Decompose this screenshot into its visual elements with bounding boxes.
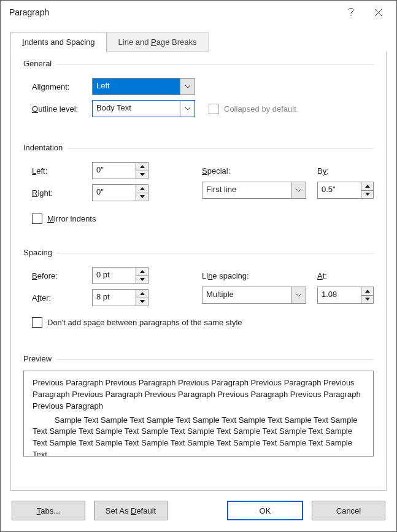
spin-up-icon[interactable] — [361, 287, 373, 296]
chevron-down-icon — [180, 101, 195, 117]
special-label: Special: — [202, 166, 288, 175]
outline-value: Body Text — [93, 101, 180, 117]
outline-select[interactable]: Body Text — [92, 100, 195, 117]
after-spin[interactable]: 8 pt — [92, 289, 148, 306]
alignment-value: Left — [93, 79, 180, 94]
preview-sample: Sample Text Sample Text Sample Text Samp… — [33, 412, 364, 457]
chevron-down-icon — [180, 79, 195, 94]
at-label: At: — [317, 271, 327, 280]
after-label: After: — [23, 293, 92, 303]
special-select[interactable]: First line — [202, 182, 306, 199]
spin-up-icon[interactable] — [361, 182, 373, 191]
chevron-down-icon — [291, 182, 306, 198]
before-spin[interactable]: 0 pt — [92, 267, 148, 284]
collapsed-checkbox — [209, 104, 219, 114]
indent-left-spin[interactable]: 0" — [92, 162, 148, 179]
preview-prev: Previous Paragraph Previous Paragraph Pr… — [33, 377, 364, 412]
spin-down-icon[interactable] — [361, 296, 373, 304]
group-spacing: Spacing — [23, 248, 374, 257]
group-general: General — [23, 59, 374, 68]
line-spacing-label: Line spacing: — [202, 271, 288, 280]
mirror-label: Mirror indents — [47, 214, 96, 223]
spin-down-icon[interactable] — [136, 298, 148, 306]
indent-right-spin[interactable]: 0" — [92, 184, 148, 201]
spin-up-icon[interactable] — [136, 268, 148, 276]
cancel-button[interactable]: Cancel — [312, 501, 385, 520]
titlebar: Paragraph — [1, 1, 396, 24]
alignment-select[interactable]: Left — [92, 78, 195, 95]
no-space-label: Don't add space between paragraphs of th… — [47, 318, 242, 327]
indent-left-label: Left: — [23, 166, 92, 175]
spin-down-icon[interactable] — [136, 171, 148, 179]
spin-down-icon[interactable] — [136, 193, 148, 201]
at-spin[interactable]: 1.08 — [317, 287, 374, 304]
tab-panel: General Alignment: Left Outline level: B… — [10, 52, 387, 491]
alignment-label: Alignment: — [23, 82, 92, 91]
help-button[interactable] — [337, 3, 364, 21]
line-spacing-select[interactable]: Multiple — [202, 287, 306, 304]
set-default-button[interactable]: Set As Default — [94, 501, 168, 520]
indent-right-label: Right: — [23, 188, 92, 198]
tab-strip: Indents and Spacing Line and Page Breaks — [1, 24, 396, 52]
tab-line-page-breaks[interactable]: Line and Page Breaks — [107, 32, 209, 52]
chevron-down-icon — [291, 287, 306, 303]
outline-label: Outline level: — [23, 104, 92, 114]
dialog-title: Paragraph — [9, 7, 337, 17]
by-label: By: — [317, 166, 329, 175]
close-icon — [374, 9, 382, 17]
by-spin[interactable]: 0.5" — [317, 182, 374, 199]
close-button[interactable] — [364, 3, 391, 21]
spin-up-icon[interactable] — [136, 290, 148, 298]
tab-indents-spacing[interactable]: Indents and Spacing — [10, 32, 107, 52]
spin-down-icon[interactable] — [361, 191, 373, 199]
group-preview: Preview — [23, 354, 374, 363]
no-space-checkbox[interactable] — [32, 317, 42, 328]
spin-up-icon[interactable] — [136, 163, 148, 171]
mirror-checkbox[interactable] — [32, 214, 42, 224]
group-indent: Indentation — [23, 143, 374, 152]
before-label: Before: — [23, 271, 92, 280]
ok-button[interactable]: OK — [227, 501, 303, 520]
help-icon — [347, 7, 355, 17]
preview-box: Previous Paragraph Previous Paragraph Pr… — [23, 371, 374, 457]
spin-down-icon[interactable] — [136, 276, 148, 284]
dialog-buttons: Tabs... Set As Default OK Cancel — [1, 491, 396, 531]
collapsed-label: Collapsed by default — [224, 104, 296, 114]
tabs-button[interactable]: Tabs... — [12, 501, 85, 520]
spin-up-icon[interactable] — [136, 185, 148, 193]
paragraph-dialog: Paragraph Indents and Spacing Line and P… — [0, 0, 397, 532]
